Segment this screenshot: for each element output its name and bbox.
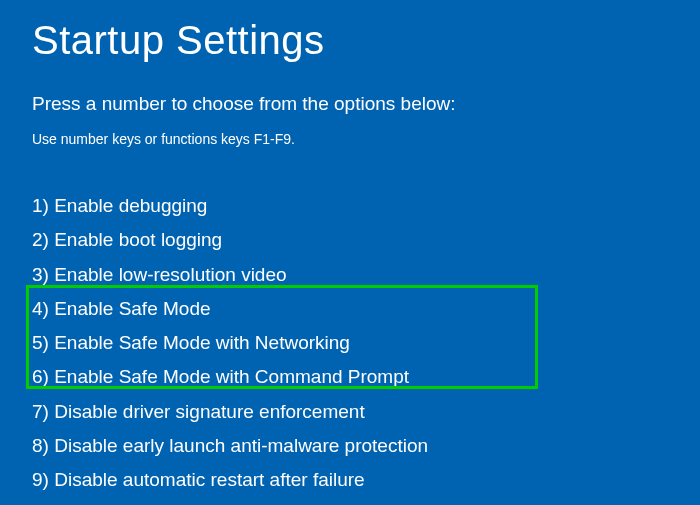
option-number: 9 bbox=[32, 469, 43, 490]
option-number: 1 bbox=[32, 195, 43, 216]
options-list: 1) Enable debugging 2) Enable boot loggi… bbox=[32, 189, 668, 498]
option-label: Enable Safe Mode bbox=[54, 298, 210, 319]
option-3[interactable]: 3) Enable low-resolution video bbox=[32, 258, 668, 292]
option-label: Enable debugging bbox=[54, 195, 207, 216]
option-label: Disable early launch anti-malware protec… bbox=[54, 435, 428, 456]
option-number: 5 bbox=[32, 332, 43, 353]
instruction-text: Press a number to choose from the option… bbox=[32, 93, 668, 115]
option-label: Disable driver signature enforcement bbox=[54, 401, 365, 422]
option-6[interactable]: 6) Enable Safe Mode with Command Prompt bbox=[32, 360, 668, 394]
option-number: 3 bbox=[32, 264, 43, 285]
key-hint-text: Use number keys or functions keys F1-F9. bbox=[32, 131, 668, 147]
option-1[interactable]: 1) Enable debugging bbox=[32, 189, 668, 223]
option-number: 7 bbox=[32, 401, 43, 422]
option-label: Enable boot logging bbox=[54, 229, 222, 250]
option-label: Disable automatic restart after failure bbox=[54, 469, 364, 490]
option-label: Enable Safe Mode with Command Prompt bbox=[54, 366, 409, 387]
option-number: 8 bbox=[32, 435, 43, 456]
option-9[interactable]: 9) Disable automatic restart after failu… bbox=[32, 463, 668, 497]
option-label: Enable Safe Mode with Networking bbox=[54, 332, 350, 353]
option-8[interactable]: 8) Disable early launch anti-malware pro… bbox=[32, 429, 668, 463]
option-label: Enable low-resolution video bbox=[54, 264, 286, 285]
option-number: 4 bbox=[32, 298, 43, 319]
option-2[interactable]: 2) Enable boot logging bbox=[32, 223, 668, 257]
page-title: Startup Settings bbox=[32, 18, 668, 63]
option-number: 6 bbox=[32, 366, 43, 387]
option-5[interactable]: 5) Enable Safe Mode with Networking bbox=[32, 326, 668, 360]
option-4[interactable]: 4) Enable Safe Mode bbox=[32, 292, 668, 326]
option-7[interactable]: 7) Disable driver signature enforcement bbox=[32, 395, 668, 429]
option-number: 2 bbox=[32, 229, 43, 250]
